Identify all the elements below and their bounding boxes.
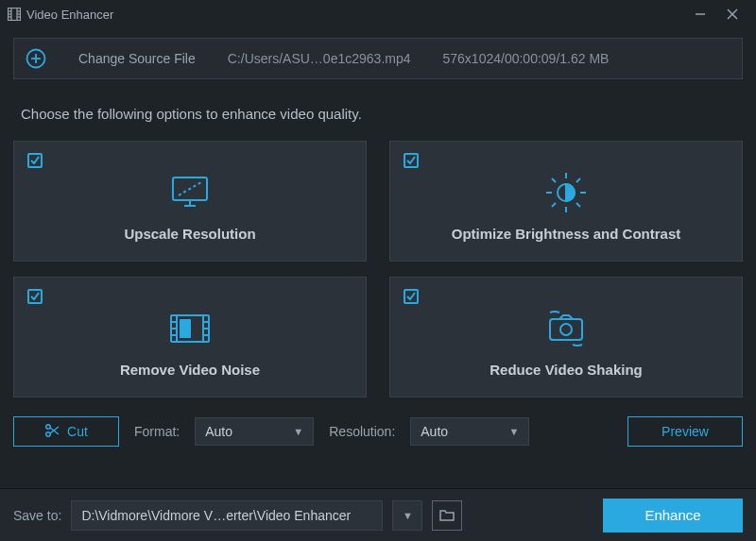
resolution-select[interactable]: Auto ▼ bbox=[410, 417, 529, 446]
camera-icon bbox=[542, 305, 590, 352]
resolution-value: Auto bbox=[421, 424, 448, 439]
cut-label: Cut bbox=[67, 424, 88, 439]
svg-line-25 bbox=[576, 203, 580, 207]
source-bar: Change Source File C:/Users/ASU…0e1c2963… bbox=[13, 38, 743, 79]
svg-point-39 bbox=[560, 324, 572, 335]
open-folder-button[interactable] bbox=[432, 500, 462, 531]
save-path-value: D:\Vidmore\Vidmore V…erter\Video Enhance… bbox=[81, 508, 351, 523]
svg-rect-37 bbox=[180, 320, 190, 337]
card-shake[interactable]: Reduce Video Shaking bbox=[389, 277, 743, 397]
format-select[interactable]: Auto ▼ bbox=[195, 417, 314, 446]
chevron-down-icon: ▼ bbox=[293, 426, 303, 437]
cut-button[interactable]: Cut bbox=[13, 416, 119, 447]
svg-line-24 bbox=[552, 178, 556, 182]
chevron-down-icon: ▼ bbox=[508, 426, 519, 437]
plus-circle-icon[interactable] bbox=[26, 48, 46, 69]
instruction-text: Choose the following options to enhance … bbox=[21, 106, 735, 122]
format-value: Auto bbox=[205, 424, 232, 439]
svg-line-27 bbox=[552, 203, 556, 207]
card-noise[interactable]: Remove Video Noise bbox=[13, 277, 367, 397]
card-title: Remove Video Noise bbox=[120, 362, 260, 378]
scissors-icon bbox=[44, 423, 60, 441]
card-brightness[interactable]: Optimize Brightness and Contrast bbox=[389, 141, 743, 262]
svg-line-42 bbox=[50, 428, 59, 434]
svg-line-18 bbox=[179, 182, 201, 195]
source-path: C:/Users/ASU…0e1c2963.mp4 bbox=[228, 51, 411, 66]
resolution-label: Resolution: bbox=[329, 424, 395, 439]
source-meta: 576x1024/00:00:09/1.62 MB bbox=[443, 51, 610, 66]
card-title: Optimize Brightness and Contrast bbox=[452, 226, 681, 242]
format-label: Format: bbox=[134, 424, 180, 439]
preview-button[interactable]: Preview bbox=[627, 416, 743, 447]
save-path-dropdown[interactable]: ▼ bbox=[392, 500, 422, 531]
svg-line-26 bbox=[576, 178, 580, 182]
close-button[interactable] bbox=[716, 0, 748, 28]
save-to-label: Save to: bbox=[13, 508, 61, 523]
checkbox-noise[interactable] bbox=[27, 289, 43, 304]
checkbox-brightness[interactable] bbox=[404, 153, 419, 168]
preview-label: Preview bbox=[662, 424, 709, 439]
svg-rect-38 bbox=[550, 319, 582, 340]
change-source-button[interactable]: Change Source File bbox=[78, 51, 196, 66]
app-icon bbox=[8, 8, 21, 21]
card-title: Reduce Video Shaking bbox=[490, 362, 642, 378]
enhance-button[interactable]: Enhance bbox=[603, 499, 743, 533]
enhance-label: Enhance bbox=[644, 507, 700, 523]
chevron-down-icon: ▼ bbox=[403, 510, 413, 521]
card-title: Upscale Resolution bbox=[124, 226, 255, 242]
svg-line-43 bbox=[50, 427, 59, 433]
window-title: Video Enhancer bbox=[26, 8, 113, 22]
sun-icon bbox=[543, 169, 589, 216]
minimize-button[interactable] bbox=[684, 0, 716, 28]
checkbox-shake[interactable] bbox=[404, 289, 419, 304]
monitor-icon bbox=[167, 169, 213, 216]
save-path-input[interactable]: D:\Vidmore\Vidmore V…erter\Video Enhance… bbox=[71, 500, 383, 531]
checkbox-upscale[interactable] bbox=[27, 153, 43, 168]
film-icon bbox=[167, 305, 213, 352]
card-upscale[interactable]: Upscale Resolution bbox=[13, 141, 367, 262]
